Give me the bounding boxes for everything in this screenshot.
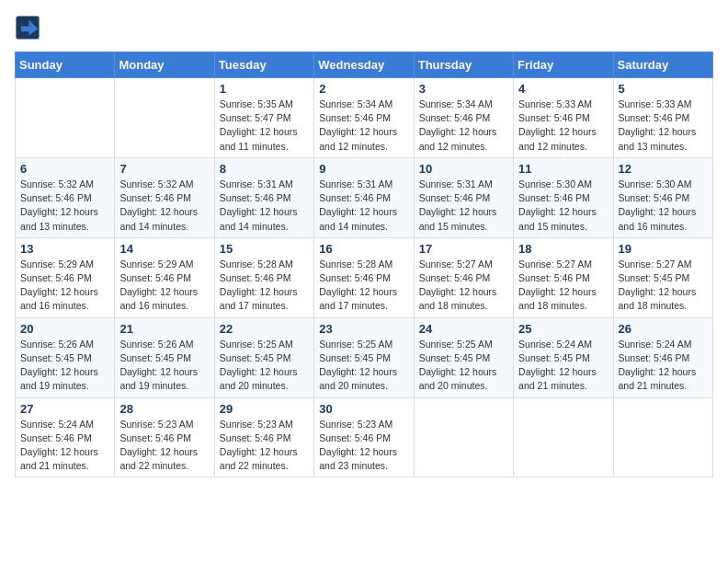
cell-info: Sunrise: 5:28 AM Sunset: 5:46 PM Dayligh… (220, 258, 309, 314)
cell-info: Sunrise: 5:31 AM Sunset: 5:46 PM Dayligh… (419, 178, 508, 234)
calendar-cell: 30Sunrise: 5:23 AM Sunset: 5:46 PM Dayli… (314, 397, 414, 477)
day-number: 18 (518, 242, 608, 256)
cell-info: Sunrise: 5:23 AM Sunset: 5:46 PM Dayligh… (119, 418, 209, 474)
cell-info: Sunrise: 5:27 AM Sunset: 5:45 PM Dayligh… (619, 258, 708, 314)
header (15, 15, 713, 40)
cell-info: Sunrise: 5:31 AM Sunset: 5:46 PM Dayligh… (319, 178, 408, 234)
week-row-2: 6Sunrise: 5:32 AM Sunset: 5:46 PM Daylig… (16, 157, 713, 237)
calendar-cell (115, 78, 214, 158)
day-number: 16 (319, 242, 408, 256)
weekday-header-monday: Monday (115, 52, 214, 78)
week-row-1: 1Sunrise: 5:35 AM Sunset: 5:47 PM Daylig… (16, 78, 713, 158)
day-number: 28 (119, 402, 209, 416)
calendar-cell: 10Sunrise: 5:31 AM Sunset: 5:46 PM Dayli… (414, 157, 513, 237)
calendar-cell: 16Sunrise: 5:28 AM Sunset: 5:46 PM Dayli… (314, 237, 414, 317)
calendar-cell: 7Sunrise: 5:32 AM Sunset: 5:46 PM Daylig… (115, 157, 214, 237)
calendar-cell: 29Sunrise: 5:23 AM Sunset: 5:46 PM Dayli… (214, 397, 313, 477)
cell-info: Sunrise: 5:24 AM Sunset: 5:46 PM Dayligh… (619, 338, 708, 394)
calendar-cell: 3Sunrise: 5:34 AM Sunset: 5:46 PM Daylig… (414, 78, 513, 158)
calendar-cell: 25Sunrise: 5:24 AM Sunset: 5:45 PM Dayli… (514, 317, 613, 397)
calendar-cell: 22Sunrise: 5:25 AM Sunset: 5:45 PM Dayli… (214, 317, 313, 397)
cell-info: Sunrise: 5:25 AM Sunset: 5:45 PM Dayligh… (220, 338, 309, 394)
cell-info: Sunrise: 5:23 AM Sunset: 5:46 PM Dayligh… (220, 418, 309, 474)
day-number: 29 (220, 402, 309, 416)
day-number: 9 (319, 162, 408, 176)
cell-info: Sunrise: 5:29 AM Sunset: 5:46 PM Dayligh… (20, 258, 109, 314)
calendar-cell: 5Sunrise: 5:33 AM Sunset: 5:46 PM Daylig… (613, 78, 712, 158)
calendar-cell: 20Sunrise: 5:26 AM Sunset: 5:45 PM Dayli… (16, 317, 115, 397)
calendar-cell: 18Sunrise: 5:27 AM Sunset: 5:46 PM Dayli… (514, 237, 613, 317)
calendar-cell: 23Sunrise: 5:25 AM Sunset: 5:45 PM Dayli… (314, 317, 414, 397)
day-number: 15 (220, 242, 309, 256)
weekday-header-wednesday: Wednesday (314, 52, 414, 78)
week-row-4: 20Sunrise: 5:26 AM Sunset: 5:45 PM Dayli… (16, 317, 713, 397)
week-row-3: 13Sunrise: 5:29 AM Sunset: 5:46 PM Dayli… (16, 237, 713, 317)
calendar-cell: 4Sunrise: 5:33 AM Sunset: 5:46 PM Daylig… (514, 78, 613, 158)
day-number: 22 (220, 322, 309, 336)
calendar-cell: 9Sunrise: 5:31 AM Sunset: 5:46 PM Daylig… (314, 157, 414, 237)
cell-info: Sunrise: 5:24 AM Sunset: 5:46 PM Dayligh… (20, 418, 109, 474)
cell-info: Sunrise: 5:32 AM Sunset: 5:46 PM Dayligh… (20, 178, 109, 234)
calendar-cell: 11Sunrise: 5:30 AM Sunset: 5:46 PM Dayli… (514, 157, 613, 237)
calendar-cell: 14Sunrise: 5:29 AM Sunset: 5:46 PM Dayli… (115, 237, 214, 317)
day-number: 27 (20, 402, 109, 416)
calendar-cell: 15Sunrise: 5:28 AM Sunset: 5:46 PM Dayli… (214, 237, 313, 317)
day-number: 25 (518, 322, 608, 336)
day-number: 24 (419, 322, 508, 336)
weekday-header-friday: Friday (514, 52, 613, 78)
day-number: 4 (518, 82, 608, 96)
calendar-cell: 27Sunrise: 5:24 AM Sunset: 5:46 PM Dayli… (16, 397, 115, 477)
day-number: 7 (119, 162, 209, 176)
week-row-5: 27Sunrise: 5:24 AM Sunset: 5:46 PM Dayli… (16, 397, 713, 477)
day-number: 13 (20, 242, 109, 256)
cell-info: Sunrise: 5:33 AM Sunset: 5:46 PM Dayligh… (619, 98, 708, 154)
cell-info: Sunrise: 5:35 AM Sunset: 5:47 PM Dayligh… (220, 98, 309, 154)
day-number: 20 (20, 322, 109, 336)
cell-info: Sunrise: 5:32 AM Sunset: 5:46 PM Dayligh… (119, 178, 209, 234)
cell-info: Sunrise: 5:33 AM Sunset: 5:46 PM Dayligh… (518, 98, 608, 154)
cell-info: Sunrise: 5:29 AM Sunset: 5:46 PM Dayligh… (119, 258, 209, 314)
day-number: 14 (119, 242, 209, 256)
calendar-cell: 6Sunrise: 5:32 AM Sunset: 5:46 PM Daylig… (16, 157, 115, 237)
cell-info: Sunrise: 5:30 AM Sunset: 5:46 PM Dayligh… (518, 178, 608, 234)
day-number: 23 (319, 322, 408, 336)
calendar-cell (613, 397, 712, 477)
calendar-cell: 8Sunrise: 5:31 AM Sunset: 5:46 PM Daylig… (214, 157, 313, 237)
cell-info: Sunrise: 5:24 AM Sunset: 5:45 PM Dayligh… (518, 338, 608, 394)
calendar-cell: 19Sunrise: 5:27 AM Sunset: 5:45 PM Dayli… (613, 237, 712, 317)
weekday-header-tuesday: Tuesday (214, 52, 313, 78)
day-number: 2 (319, 82, 408, 96)
calendar-cell: 17Sunrise: 5:27 AM Sunset: 5:46 PM Dayli… (414, 237, 513, 317)
cell-info: Sunrise: 5:26 AM Sunset: 5:45 PM Dayligh… (119, 338, 209, 394)
calendar-cell: 26Sunrise: 5:24 AM Sunset: 5:46 PM Dayli… (613, 317, 712, 397)
calendar: SundayMondayTuesdayWednesdayThursdayFrid… (15, 52, 713, 477)
calendar-cell: 21Sunrise: 5:26 AM Sunset: 5:45 PM Dayli… (115, 317, 214, 397)
calendar-cell: 1Sunrise: 5:35 AM Sunset: 5:47 PM Daylig… (214, 78, 313, 158)
cell-info: Sunrise: 5:26 AM Sunset: 5:45 PM Dayligh… (20, 338, 109, 394)
day-number: 10 (419, 162, 508, 176)
day-number: 19 (619, 242, 708, 256)
day-number: 3 (419, 82, 508, 96)
logo-icon (15, 15, 40, 40)
weekday-header-row: SundayMondayTuesdayWednesdayThursdayFrid… (16, 52, 713, 78)
cell-info: Sunrise: 5:27 AM Sunset: 5:46 PM Dayligh… (419, 258, 508, 314)
day-number: 11 (518, 162, 608, 176)
cell-info: Sunrise: 5:25 AM Sunset: 5:45 PM Dayligh… (419, 338, 508, 394)
day-number: 12 (619, 162, 708, 176)
calendar-cell: 24Sunrise: 5:25 AM Sunset: 5:45 PM Dayli… (414, 317, 513, 397)
calendar-cell: 12Sunrise: 5:30 AM Sunset: 5:46 PM Dayli… (613, 157, 712, 237)
calendar-cell (514, 397, 613, 477)
calendar-cell: 13Sunrise: 5:29 AM Sunset: 5:46 PM Dayli… (16, 237, 115, 317)
cell-info: Sunrise: 5:30 AM Sunset: 5:46 PM Dayligh… (619, 178, 708, 234)
calendar-cell (414, 397, 513, 477)
day-number: 21 (119, 322, 209, 336)
calendar-cell: 28Sunrise: 5:23 AM Sunset: 5:46 PM Dayli… (115, 397, 214, 477)
day-number: 17 (419, 242, 508, 256)
day-number: 6 (20, 162, 109, 176)
calendar-cell (16, 78, 115, 158)
cell-info: Sunrise: 5:34 AM Sunset: 5:46 PM Dayligh… (319, 98, 408, 154)
cell-info: Sunrise: 5:31 AM Sunset: 5:46 PM Dayligh… (220, 178, 309, 234)
day-number: 30 (319, 402, 408, 416)
day-number: 1 (220, 82, 309, 96)
cell-info: Sunrise: 5:28 AM Sunset: 5:46 PM Dayligh… (319, 258, 408, 314)
